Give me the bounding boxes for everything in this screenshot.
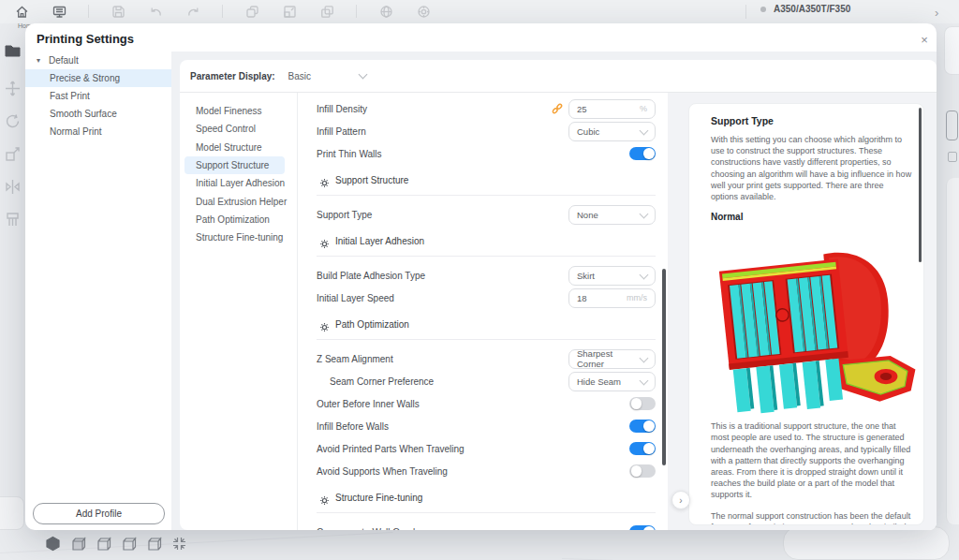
- scale-icon[interactable]: [281, 3, 298, 20]
- nav-item-initial-layer-adhesion[interactable]: Initial Layer Adhesion: [180, 174, 297, 192]
- add-profile-button[interactable]: Add Profile: [33, 503, 165, 524]
- setting-label: Avoid Printed Parts When Traveling: [317, 444, 465, 454]
- help-title: Support Type: [711, 115, 912, 126]
- parameter-display-select[interactable]: Basic: [288, 71, 311, 81]
- left-view-icon[interactable]: [121, 536, 137, 552]
- move-icon[interactable]: [4, 80, 22, 97]
- dialog-title: Printing Settings: [37, 32, 134, 46]
- support-preview-image: [698, 226, 922, 415]
- redo-icon[interactable]: [184, 3, 201, 20]
- isometric-view-icon[interactable]: [45, 536, 61, 552]
- section-label: Path Optimization: [335, 319, 409, 330]
- tree-caret-icon[interactable]: ▾: [37, 56, 46, 65]
- help-collapse-button[interactable]: ›: [671, 491, 690, 509]
- printing-settings-dialog: Printing Settings × ▾ Default Precise & …: [25, 23, 937, 530]
- toolbar-separator: [356, 5, 357, 18]
- machine-name: A350/A350T/F350: [774, 4, 850, 14]
- setting-row: Z Seam Alignment Sharpest Corner: [317, 347, 656, 370]
- parameter-display-label: Parameter Display:: [190, 71, 275, 81]
- section-header: Initial Layer Adhesion: [317, 231, 656, 257]
- profile-group-default[interactable]: ▾ Default: [25, 52, 171, 69]
- setting-label: Seam Corner Preference: [317, 376, 434, 387]
- seam-corner-preference-select[interactable]: Hide Seam: [568, 372, 656, 391]
- nav-item-path-optimization[interactable]: Path Optimization: [180, 211, 297, 228]
- help-panel: Support Type With this setting you can c…: [688, 103, 924, 525]
- setting-row: Print Thin Walls: [317, 142, 656, 165]
- input-value: 25: [577, 104, 587, 114]
- nav-item-structure-fine-tuning[interactable]: Structure Fine-tuning: [180, 228, 297, 246]
- save-icon[interactable]: [110, 3, 126, 20]
- nav-item-dual-extrusion-helper[interactable]: Dual Extrusion Helper: [180, 192, 297, 210]
- right-view-icon[interactable]: [146, 536, 162, 552]
- print-thin-walls-toggle[interactable]: [629, 147, 656, 161]
- support-type-select[interactable]: None: [568, 205, 656, 225]
- unlink-icon[interactable]: [551, 102, 564, 115]
- right-panel-glyph: [948, 152, 957, 162]
- open-file-icon[interactable]: [4, 41, 22, 59]
- input-unit: mm/s: [627, 293, 647, 302]
- setting-row: Seam Corner Preference Hide Seam: [317, 370, 656, 392]
- profile-item-precise-strong[interactable]: Precise & Strong: [25, 69, 171, 87]
- profile-item-normal-print[interactable]: Normal Print: [25, 123, 171, 140]
- select-value: Hide Seam: [577, 376, 621, 387]
- infill-pattern-select[interactable]: Cubic: [568, 122, 656, 141]
- right-panel-sliver: [944, 26, 959, 75]
- scale-tool-icon[interactable]: [4, 145, 22, 163]
- settings-scrollbar[interactable]: [662, 269, 666, 465]
- setting-row: Avoid Printed Parts When Traveling: [317, 437, 656, 460]
- setting-row: Infill Density 25 %: [317, 97, 656, 120]
- duplicate-icon[interactable]: [243, 3, 260, 20]
- profile-item-fast-print[interactable]: Fast Print: [25, 87, 171, 105]
- home-icon[interactable]: [13, 3, 30, 20]
- nav-item-model-fineness[interactable]: Model Fineness: [180, 102, 297, 120]
- profile-item-smooth-surface[interactable]: Smooth Surface: [25, 105, 171, 123]
- machine-status-dot: [760, 7, 766, 12]
- input-value: 18: [577, 293, 587, 303]
- avoid-supports-toggle[interactable]: [629, 464, 656, 479]
- undo-icon[interactable]: [147, 3, 164, 20]
- select-value: Cubic: [577, 126, 599, 137]
- avoid-printed-parts-toggle[interactable]: [629, 442, 656, 456]
- support-tool-icon[interactable]: [4, 211, 22, 228]
- outer-before-inner-walls-toggle[interactable]: [629, 397, 656, 411]
- section-label: Initial Layer Adhesion: [335, 236, 424, 246]
- globe-icon[interactable]: [377, 3, 394, 20]
- right-panel-card-edge: [946, 178, 959, 524]
- background-panel-edge: [0, 496, 24, 530]
- section-header: Path Optimization: [317, 315, 656, 340]
- infill-before-walls-toggle[interactable]: [629, 420, 656, 434]
- build-plate-adhesion-select[interactable]: Skirt: [568, 266, 656, 286]
- machine-selector[interactable]: A350/A350T/F350: [760, 4, 850, 14]
- workspace-icon[interactable]: [51, 3, 67, 20]
- infill-density-input[interactable]: 25 %: [568, 99, 656, 119]
- compensate-wall-overlaps-toggle[interactable]: [629, 525, 656, 530]
- mirror-tool-icon[interactable]: [4, 178, 22, 196]
- help-scrollbar[interactable]: [919, 108, 922, 262]
- nav-item-model-structure[interactable]: Model Structure: [180, 139, 297, 156]
- initial-layer-speed-input[interactable]: 18 mm/s: [568, 288, 656, 308]
- nav-item-speed-control[interactable]: Speed Control: [180, 120, 297, 138]
- setting-row: Support Type None: [317, 203, 656, 226]
- setting-row: Compensate Wall Overlaps: [317, 521, 656, 530]
- nav-item-support-structure[interactable]: Support Structure: [184, 156, 285, 174]
- chevron-down-icon: [640, 376, 649, 385]
- panel-collapse-chevron[interactable]: ›: [935, 6, 938, 20]
- setting-label: Infill Before Walls: [317, 421, 389, 432]
- setting-label: Support Type: [317, 210, 372, 220]
- toolbar-separator: [222, 5, 223, 18]
- setting-row: Infill Pattern Cubic: [317, 120, 656, 142]
- z-seam-alignment-select[interactable]: Sharpest Corner: [568, 349, 656, 369]
- setting-row: Build Plate Adhesion Type Skirt: [317, 264, 656, 287]
- fit-view-icon[interactable]: [171, 536, 187, 552]
- input-unit: %: [640, 104, 647, 113]
- settings-icon[interactable]: [415, 3, 432, 20]
- mirror-icon[interactable]: [318, 3, 335, 20]
- close-icon[interactable]: ×: [915, 30, 934, 49]
- setting-label: Build Plate Adhesion Type: [317, 271, 425, 281]
- front-view-icon[interactable]: [70, 536, 86, 552]
- gear-icon: [319, 493, 330, 503]
- rotate-icon[interactable]: [4, 112, 22, 130]
- chevron-down-icon[interactable]: [359, 70, 368, 80]
- top-view-icon[interactable]: [96, 536, 111, 552]
- left-toolbar: [0, 23, 25, 560]
